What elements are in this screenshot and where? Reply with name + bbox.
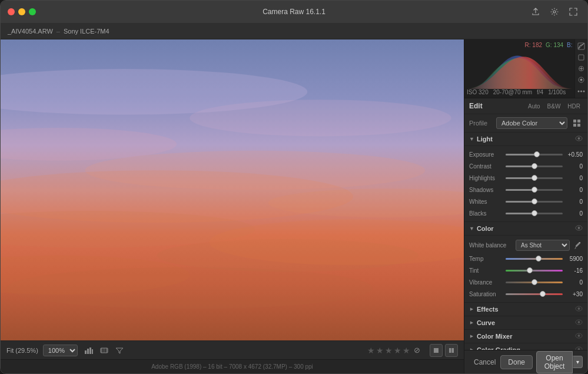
- tone-curve-tool[interactable]: [576, 42, 587, 51]
- color-visibility-icon[interactable]: [575, 225, 583, 232]
- highlights-slider[interactable]: [506, 174, 563, 182]
- eyedropper-button[interactable]: [572, 240, 583, 251]
- tint-label: Tint: [469, 267, 503, 274]
- star-4[interactable]: ★: [394, 346, 401, 355]
- svg-point-35: [583, 90, 585, 92]
- shadows-value: 0: [565, 187, 583, 193]
- svg-point-0: [553, 11, 556, 13]
- temp-slider[interactable]: [506, 254, 563, 263]
- svg-rect-15: [89, 347, 91, 354]
- color-mixer-visibility-icon[interactable]: [575, 333, 583, 340]
- color-mixer-section-title: Color Mixer: [477, 333, 513, 340]
- single-view-button[interactable]: [430, 344, 443, 357]
- temp-value: 5900: [565, 256, 583, 262]
- saturation-slider[interactable]: [506, 290, 563, 298]
- curve-section-header[interactable]: ▼ Curve: [464, 316, 587, 330]
- file-info-bar: _AIV4054.ARW – Sony ILCE-7M4: [1, 23, 587, 39]
- auto-mode-button[interactable]: Auto: [526, 102, 543, 110]
- histogram-tools: [574, 39, 587, 98]
- shadows-slider[interactable]: [506, 186, 563, 194]
- color-grading-chevron-icon: ▼: [469, 347, 474, 350]
- whites-label: Whites: [469, 198, 503, 205]
- highlights-label: Highlights: [469, 175, 503, 181]
- focal-info: 20-70@70 mm: [493, 89, 532, 95]
- masking-tool[interactable]: [576, 75, 587, 84]
- color-mixer-section-header[interactable]: ▼ Color Mixer: [464, 330, 587, 343]
- vibrance-slider[interactable]: [506, 278, 563, 286]
- svg-rect-21: [434, 348, 438, 353]
- iso-info: ISO 320: [467, 89, 489, 95]
- light-visibility-icon[interactable]: [575, 135, 583, 143]
- open-object-dropdown-button[interactable]: ▾: [573, 356, 583, 368]
- camera-info: ISO 320 20-70@70 mm f/4 1/100s: [467, 89, 566, 95]
- close-button[interactable]: [8, 8, 15, 15]
- star-5[interactable]: ★: [403, 346, 410, 355]
- tint-slider[interactable]: [506, 266, 563, 274]
- fit-label: Fit (29.5%): [6, 347, 38, 354]
- crop-tool[interactable]: [576, 53, 587, 62]
- color-chevron-icon: ▼: [469, 226, 474, 231]
- exposure-label: Exposure: [469, 151, 503, 158]
- color-mixer-chevron-icon: ▼: [469, 334, 474, 339]
- effects-section-header[interactable]: ▼ Effects: [464, 303, 587, 316]
- profile-grid-button[interactable]: [571, 117, 583, 129]
- cancel-button[interactable]: Cancel: [469, 356, 500, 369]
- star-2[interactable]: ★: [376, 346, 384, 355]
- white-balance-select[interactable]: As Shot Auto Daylight Cloudy: [516, 240, 570, 251]
- filmstrip-icon[interactable]: [98, 344, 111, 357]
- camera-model: Sony ILCE-7M4: [64, 28, 109, 35]
- whites-slider[interactable]: [506, 197, 563, 206]
- svg-point-43: [578, 227, 580, 229]
- zoom-select[interactable]: 100% 50% 25% Fit Fill: [43, 345, 78, 356]
- filter-icon[interactable]: [113, 344, 126, 357]
- color-grading-section-header[interactable]: ▼ Color Grading: [464, 343, 587, 350]
- open-object-button[interactable]: Open Object: [536, 351, 573, 373]
- tint-row: Tint -16: [464, 264, 587, 276]
- histogram-icon[interactable]: [82, 344, 95, 357]
- exposure-slider[interactable]: [506, 150, 563, 158]
- color-section-header[interactable]: ▼ Color: [464, 222, 587, 236]
- profile-select[interactable]: Adobe Color Adobe Landscape Adobe Portra…: [496, 117, 567, 129]
- done-button[interactable]: Done: [500, 355, 533, 369]
- vibrance-value: 0: [565, 279, 583, 286]
- bw-mode-button[interactable]: B&W: [545, 102, 563, 110]
- status-bar: Fit (29.5%) 100% 50% 25% Fit Fill: [1, 340, 464, 359]
- star-1[interactable]: ★: [367, 346, 375, 355]
- minimize-button[interactable]: [18, 8, 25, 15]
- wb-label: White balance: [469, 242, 513, 249]
- file-name: _AIV4054.ARW: [8, 28, 53, 35]
- svg-rect-22: [449, 348, 451, 353]
- contrast-slider[interactable]: [506, 162, 563, 170]
- title-bar: Camera Raw 16.1.1: [1, 1, 587, 23]
- effects-visibility-icon[interactable]: [575, 306, 583, 313]
- canvas-image[interactable]: [1, 39, 464, 340]
- curve-visibility-icon[interactable]: [575, 319, 583, 326]
- share-button[interactable]: [529, 5, 543, 19]
- white-balance-row: White balance As Shot Auto Daylight Clou…: [464, 238, 587, 253]
- color-section-title: Color: [477, 225, 494, 232]
- heal-tool[interactable]: [576, 64, 587, 73]
- maximize-button[interactable]: [29, 8, 36, 15]
- open-object-wrap: Open Object ▾: [536, 351, 583, 373]
- blacks-slider[interactable]: [506, 209, 563, 217]
- svg-rect-18: [101, 348, 102, 353]
- effects-section-title: Effects: [477, 306, 499, 313]
- hist-r-label: R: 182: [525, 42, 542, 48]
- split-view-button[interactable]: [445, 344, 458, 357]
- info-footer: Adobe RGB (1998) – 16 bit – 7008 x 4672 …: [1, 359, 464, 373]
- settings-button[interactable]: [547, 5, 562, 19]
- exposure-value: +0.50: [565, 151, 583, 158]
- fullscreen-button[interactable]: [566, 5, 580, 19]
- tint-value: -16: [565, 267, 583, 274]
- light-section-header[interactable]: ▼ Light: [464, 133, 587, 146]
- star-3[interactable]: ★: [385, 346, 393, 355]
- canvas-area: Fit (29.5%) 100% 50% 25% Fit Fill: [1, 39, 464, 373]
- highlights-value: 0: [565, 175, 583, 181]
- flag-icon[interactable]: ⊘: [414, 346, 420, 355]
- hdr-mode-button[interactable]: HDR: [565, 102, 583, 110]
- svg-point-34: [580, 90, 582, 92]
- edit-header: Edit Auto B&W HDR: [464, 98, 587, 114]
- svg-point-32: [580, 79, 583, 81]
- edit-panel: Edit Auto B&W HDR Profile Adobe Color Ad…: [464, 98, 587, 350]
- more-tools[interactable]: [576, 87, 587, 95]
